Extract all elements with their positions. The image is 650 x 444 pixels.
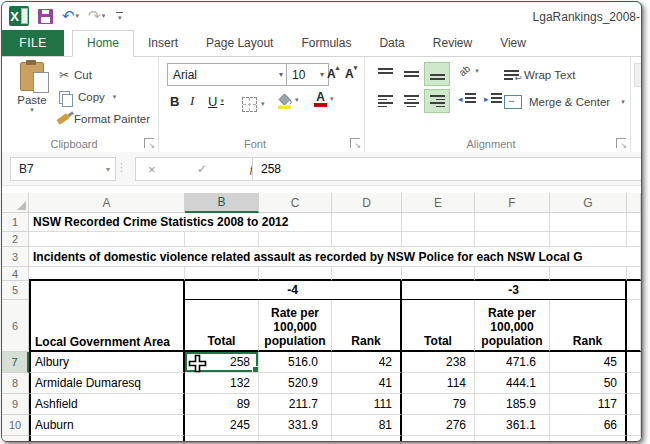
- cell-c4[interactable]: [259, 267, 332, 281]
- cell-c11[interactable]: 267.6: [259, 436, 332, 441]
- cell-b9[interactable]: 89: [185, 394, 259, 415]
- borders-button[interactable]: ▾: [242, 94, 265, 114]
- wrap-text-button[interactable]: ↩ Wrap Text: [504, 65, 575, 85]
- fill-color-button[interactable]: ▾: [276, 90, 299, 110]
- cell-f4[interactable]: [475, 267, 550, 281]
- cell-h8[interactable]: [627, 373, 641, 394]
- cell-f1[interactable]: [475, 213, 550, 232]
- tab-page-layout[interactable]: Page Layout: [192, 31, 287, 56]
- cell-f10[interactable]: 361.1: [475, 415, 550, 436]
- cell-c2[interactable]: [259, 232, 332, 247]
- tab-formulas[interactable]: Formulas: [287, 31, 365, 56]
- cell-a9[interactable]: Ashfield: [29, 394, 185, 415]
- cell-e8[interactable]: 114: [402, 373, 475, 394]
- cell-b11[interactable]: 112: [185, 436, 259, 441]
- row-header-5[interactable]: 5: [2, 281, 29, 300]
- cell-e6[interactable]: Total: [402, 300, 475, 352]
- tab-insert[interactable]: Insert: [134, 31, 192, 56]
- row-header-11[interactable]: 11: [2, 436, 29, 441]
- cell-a5-lga-header[interactable]: Local Government Area: [29, 281, 185, 352]
- cell-e5-group-minus3[interactable]: -3: [402, 281, 627, 300]
- italic-button[interactable]: I: [190, 91, 194, 111]
- font-name-combo[interactable]: Arial▾: [167, 63, 288, 86]
- cell-g7[interactable]: 45: [550, 352, 627, 373]
- bold-button[interactable]: B: [170, 91, 179, 111]
- cell-d7[interactable]: 42: [332, 352, 402, 373]
- grow-font-button[interactable]: A▴: [327, 64, 339, 84]
- cell-h6[interactable]: [627, 300, 641, 352]
- cell-b6[interactable]: Total: [185, 300, 259, 352]
- tab-review[interactable]: Review: [419, 31, 486, 56]
- cell-d8[interactable]: 41: [332, 373, 402, 394]
- column-header-e[interactable]: E: [402, 193, 475, 213]
- customize-quick-access-icon[interactable]: ▾: [116, 12, 123, 20]
- cell-h10[interactable]: [627, 415, 641, 436]
- column-header-c[interactable]: C: [259, 193, 332, 213]
- cell-c7[interactable]: 516.0: [259, 352, 332, 373]
- cell-h1[interactable]: [627, 213, 641, 232]
- cell-h9[interactable]: [627, 394, 641, 415]
- shrink-font-button[interactable]: A▾: [345, 64, 357, 84]
- row-header-9[interactable]: 9: [2, 394, 29, 415]
- cell-g10[interactable]: 66: [550, 415, 627, 436]
- cell-e7[interactable]: 238: [402, 352, 475, 373]
- cell-d6[interactable]: Rank: [332, 300, 402, 352]
- cell-g6[interactable]: Rank: [550, 300, 627, 352]
- clipboard-dialog-launcher-icon[interactable]: ↘: [144, 138, 154, 148]
- cell-b2[interactable]: [185, 232, 259, 247]
- increase-indent-button[interactable]: ▸: [484, 93, 502, 105]
- cell-b4[interactable]: [185, 267, 259, 281]
- cut-button[interactable]: ✂ Cut: [59, 65, 92, 85]
- cell-h5[interactable]: [627, 281, 641, 300]
- cell-f9[interactable]: 185.9: [475, 394, 550, 415]
- cell-a1[interactable]: NSW Recorded Crime Statistics 2008 to 20…: [29, 213, 332, 232]
- cell-b5-group-minus4[interactable]: -4: [185, 281, 402, 300]
- cell-a7[interactable]: Albury: [29, 352, 185, 373]
- cell-d2[interactable]: [332, 232, 402, 247]
- cell-e1[interactable]: [402, 213, 475, 232]
- row-header-1[interactable]: 1: [2, 213, 29, 232]
- cell-d1[interactable]: [332, 213, 402, 232]
- paste-button[interactable]: Paste ▾: [10, 62, 54, 114]
- cell-e4[interactable]: [402, 267, 475, 281]
- cell-f6[interactable]: Rate per 100,000 population: [475, 300, 550, 352]
- cell-g11[interactable]: 71: [550, 436, 627, 441]
- row-header-3[interactable]: 3: [2, 247, 29, 267]
- cell-e11[interactable]: 147: [402, 436, 475, 441]
- row-header-8[interactable]: 8: [2, 373, 29, 394]
- cancel-icon[interactable]: ×: [148, 162, 156, 177]
- font-dialog-launcher-icon[interactable]: ↘: [350, 138, 360, 148]
- underline-button[interactable]: U: [208, 91, 224, 111]
- cell-f7[interactable]: 471.6: [475, 352, 550, 373]
- formula-input[interactable]: 258: [252, 157, 641, 181]
- cell-d11[interactable]: 99: [332, 436, 402, 441]
- cell-g1[interactable]: [550, 213, 627, 232]
- select-all-corner[interactable]: [2, 193, 29, 213]
- row-header-2[interactable]: 2: [2, 232, 29, 247]
- cell-e2[interactable]: [402, 232, 475, 247]
- align-left-button[interactable]: [372, 89, 398, 113]
- cell-a10[interactable]: Auburn: [29, 415, 185, 436]
- alignment-dialog-launcher-icon[interactable]: ↘: [616, 138, 626, 148]
- cell-f2[interactable]: [475, 232, 550, 247]
- font-size-combo[interactable]: 10▾: [286, 63, 329, 86]
- cell-c10[interactable]: 331.9: [259, 415, 332, 436]
- save-icon[interactable]: [38, 9, 53, 24]
- format-painter-button[interactable]: Format Painter: [57, 109, 150, 129]
- column-header-a[interactable]: A: [29, 193, 185, 213]
- cell-e9[interactable]: 79: [402, 394, 475, 415]
- redo-button[interactable]: ↷▾: [88, 9, 105, 23]
- tab-file[interactable]: FILE: [2, 30, 64, 56]
- cell-a2[interactable]: [29, 232, 185, 247]
- cell-h11[interactable]: [627, 436, 641, 441]
- middle-align-button[interactable]: [398, 62, 424, 86]
- cell-h7[interactable]: [627, 352, 641, 373]
- tab-data[interactable]: Data: [365, 31, 418, 56]
- row-header-6[interactable]: 6: [2, 300, 29, 352]
- cell-d10[interactable]: 81: [332, 415, 402, 436]
- cell-a3[interactable]: Incidents of domestic violence related a…: [29, 247, 641, 267]
- undo-button[interactable]: ↶▾: [62, 9, 79, 23]
- cell-h2[interactable]: [627, 232, 641, 247]
- row-header-7[interactable]: 7: [2, 352, 29, 373]
- column-header-g[interactable]: G: [550, 193, 627, 213]
